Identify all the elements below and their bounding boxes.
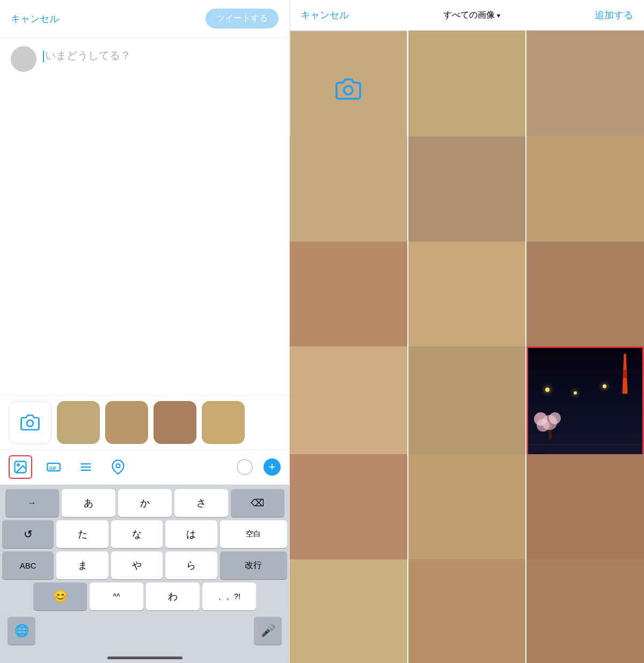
key-wa[interactable]: わ (146, 582, 200, 610)
media-strip (0, 395, 289, 449)
right-title-area: すべての画像 ▾ (443, 10, 500, 21)
key-ha[interactable]: は (165, 520, 217, 548)
ground-line (528, 444, 642, 445)
camera-cell[interactable] (290, 31, 407, 148)
key-return[interactable]: 改行 (220, 551, 287, 579)
key-punct[interactable]: 、。?! (202, 582, 256, 610)
key-abc[interactable]: ABC (2, 551, 54, 579)
photo-toolbar-button[interactable] (9, 455, 32, 479)
keyboard-bottom: 🌐 🎤 (2, 614, 287, 650)
key-ka[interactable]: か (118, 489, 172, 517)
home-indicator (0, 652, 289, 663)
plus-icon: + (269, 460, 276, 474)
right-title: すべての画像 (443, 10, 495, 19)
key-ra[interactable]: ら (165, 551, 217, 579)
photo-cell[interactable] (408, 346, 526, 464)
plus-button[interactable]: + (264, 458, 281, 476)
gif-toolbar-button[interactable]: GIF (43, 456, 64, 478)
key-mic[interactable]: 🎤 (254, 617, 282, 645)
photo-cell[interactable] (526, 454, 644, 572)
add-button[interactable]: 追加する (595, 9, 633, 21)
right-header: キャンセル すべての画像 ▾ 追加する (290, 0, 644, 31)
media-thumbnail-4[interactable] (202, 401, 245, 444)
gif-background: GIF (528, 348, 642, 462)
gif-cell[interactable]: GIF (526, 346, 644, 464)
poll-toolbar-button[interactable] (75, 456, 97, 478)
tweet-input[interactable]: いまどうしてる？ (43, 46, 131, 387)
svg-point-2 (17, 464, 19, 466)
circle-button[interactable] (237, 459, 253, 475)
photo-cell[interactable] (408, 31, 526, 148)
key-ya[interactable]: や (111, 551, 163, 579)
photo-cell[interactable] (526, 31, 644, 148)
photo-cell[interactable] (526, 242, 644, 359)
toolbar-row: GIF + (0, 449, 289, 485)
gif-icon: GIF (46, 460, 61, 475)
key-delete[interactable]: ⌫ (231, 489, 284, 517)
camera-icon (20, 413, 40, 432)
key-arrow[interactable]: → (5, 489, 59, 517)
keyboard-row-2: ↺ た な は 空白 (2, 520, 287, 548)
svg-text:GIF: GIF (49, 466, 57, 471)
left-cancel-button[interactable]: キャンセル (11, 12, 59, 25)
keyboard-row-3: ABC ま や ら 改行 (2, 551, 287, 579)
svg-point-8 (116, 464, 120, 468)
key-emoji[interactable]: 😊 (33, 582, 87, 610)
camera-thumbnail[interactable] (9, 401, 52, 444)
photo-cell[interactable] (408, 136, 526, 254)
text-cursor (43, 50, 44, 62)
japanese-keyboard: → あ か さ ⌫ ↺ た な は 空白 ABC ま や ら 改行 😊 ^^ わ… (0, 485, 289, 652)
svg-point-0 (27, 420, 33, 427)
right-panel: キャンセル すべての画像 ▾ 追加する (290, 0, 644, 663)
photo-icon (13, 460, 28, 475)
location-icon (111, 460, 126, 475)
photo-cell[interactable] (526, 559, 644, 663)
photo-cell[interactable] (408, 559, 526, 663)
avatar (11, 46, 36, 72)
photo-cell[interactable] (408, 454, 526, 572)
key-na[interactable]: な (111, 520, 163, 548)
svg-point-9 (344, 86, 353, 94)
keyboard-row-4: 😊 ^^ わ 、。?! (2, 582, 287, 610)
key-globe[interactable]: 🌐 (8, 617, 35, 645)
camera-grid-icon (335, 76, 361, 102)
tweet-compose-area: いまどうしてる？ (0, 38, 289, 395)
key-ta[interactable]: た (56, 520, 108, 548)
home-bar (107, 657, 182, 659)
left-header: キャンセル ツイートする (0, 0, 289, 38)
photo-cell[interactable] (290, 454, 407, 572)
key-hat[interactable]: ^^ (90, 582, 143, 610)
photo-grid: GIF (290, 31, 644, 663)
key-undo[interactable]: ↺ (2, 520, 54, 548)
dropdown-icon: ▾ (497, 12, 500, 19)
photo-cell[interactable] (408, 242, 526, 359)
key-ma[interactable]: ま (56, 551, 108, 579)
photo-cell[interactable] (290, 242, 407, 359)
tweet-button[interactable]: ツイートする (206, 9, 279, 28)
key-space[interactable]: 空白 (220, 520, 287, 548)
light-3 (603, 384, 606, 388)
poll-icon (78, 460, 93, 475)
key-sa[interactable]: さ (174, 489, 228, 517)
left-panel: キャンセル ツイートする いまどうしてる？ (0, 0, 290, 663)
photo-cell[interactable] (290, 559, 407, 663)
cherry-blossom-tree (534, 412, 566, 439)
media-thumbnail-2[interactable] (105, 401, 148, 444)
key-a[interactable]: あ (62, 489, 115, 517)
right-cancel-button[interactable]: キャンセル (301, 9, 349, 21)
photo-cell[interactable] (290, 136, 407, 254)
photo-cell[interactable] (290, 346, 407, 464)
keyboard-row-1: → あ か さ ⌫ (2, 489, 287, 517)
photo-cell[interactable] (526, 136, 644, 254)
media-thumbnail-3[interactable] (153, 401, 196, 444)
media-thumbnail-1[interactable] (57, 401, 100, 444)
location-toolbar-button[interactable] (107, 456, 129, 478)
